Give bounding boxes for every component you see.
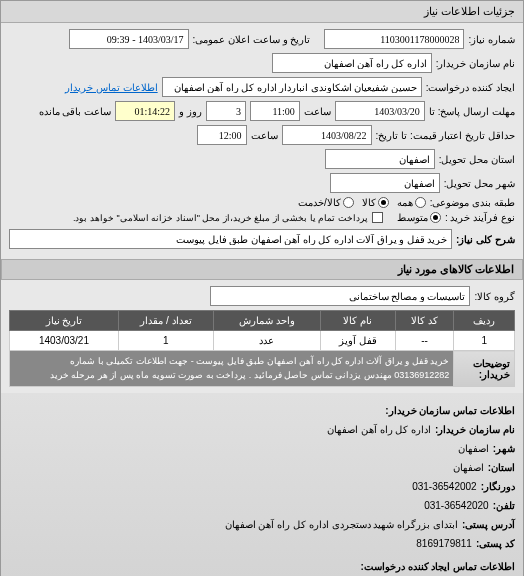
valid-until-label: حداقل تاریخ اعتبار قیمت: تا تاریخ: — [376, 130, 515, 141]
delivery-city-input[interactable] — [330, 173, 440, 193]
hour-label-1: ساعت — [304, 106, 331, 117]
address-value: ابتدای بزرگراه شهید دستجردی اداره کل راه… — [225, 515, 458, 534]
main-panel: جزئیات اطلاعات نیاز شماره نیاز: تاریخ و … — [0, 0, 524, 576]
goods-section-title: اطلاعات کالاهای مورد نیاز — [1, 259, 523, 280]
radio-service[interactable] — [343, 197, 354, 208]
creator-input[interactable] — [162, 77, 422, 97]
announce-input[interactable] — [69, 29, 189, 49]
postcode-value: 8169179811 — [416, 534, 472, 553]
goods-table: ردیف کد کالا نام کالا واحد شمارش تعداد /… — [9, 310, 515, 387]
col-name: نام کالا — [320, 311, 395, 331]
province-value: اصفهان — [453, 458, 484, 477]
cell-date: 1403/03/21 — [10, 331, 119, 351]
phone-label: تلفن: — [493, 496, 515, 515]
col-date: تاریخ نیاز — [10, 311, 119, 331]
group-label: گروه کالا: — [474, 291, 515, 302]
summary-label: شرح کلی نیاز: — [456, 234, 515, 245]
request-number-label: شماره نیاز: — [468, 34, 515, 45]
header-section: شماره نیاز: تاریخ و ساعت اعلان عمومی: نا… — [1, 23, 523, 259]
table-row: 1 -- قفل آویز عدد 1 1403/03/21 — [10, 331, 515, 351]
process-type-label: نوع فرآیند خرید : — [445, 212, 515, 223]
cell-code: -- — [395, 331, 454, 351]
city-label: شهر: — [493, 439, 515, 458]
goods-section: گروه کالا: ردیف کد کالا نام کالا واحد شم… — [1, 280, 523, 393]
col-code: کد کالا — [395, 311, 454, 331]
org-label: نام سازمان خریدار: — [435, 420, 515, 439]
org-value: اداره کل راه آهن اصفهان — [327, 420, 431, 439]
deadline-time-input[interactable] — [250, 101, 300, 121]
cell-qty: 1 — [118, 331, 213, 351]
phone-value: 031-36542020 — [424, 496, 489, 515]
fax-value: 031-36542002 — [412, 477, 477, 496]
desc-label: توضیحات خریدار: — [454, 351, 515, 387]
province-label: استان: — [488, 458, 515, 477]
hour-label-2: ساعت — [251, 130, 278, 141]
desc-row: توضیحات خریدار: خرید قفل و یراق آلات ادا… — [10, 351, 515, 387]
contact-link[interactable]: اطلاعات تماس خریدار — [65, 82, 158, 93]
summary-input[interactable] — [9, 229, 452, 249]
request-number-input[interactable] — [324, 29, 464, 49]
radio-medium[interactable] — [430, 212, 441, 223]
delivery-city-label: شهر محل تحویل: — [444, 178, 515, 189]
deadline-send-label: مهلت ارسال پاسخ: تا — [429, 106, 515, 117]
group-input[interactable] — [210, 286, 470, 306]
city-value: اصفهان — [458, 439, 489, 458]
creator-label: ایجاد کننده درخواست: — [426, 82, 515, 93]
col-qty: تعداد / مقدار — [118, 311, 213, 331]
announce-label: تاریخ و ساعت اعلان عمومی: — [193, 34, 311, 45]
cell-row: 1 — [454, 331, 515, 351]
tab-header: جزئیات اطلاعات نیاز — [1, 1, 523, 23]
contact-section-title: اطلاعات تماس سازمان خریدار: — [9, 401, 515, 420]
buyer-label: نام سازمان خریدار: — [436, 58, 515, 69]
col-unit: واحد شمارش — [213, 311, 320, 331]
days-input[interactable] — [206, 101, 246, 121]
cell-unit: عدد — [213, 331, 320, 351]
buyer-input[interactable] — [272, 53, 432, 73]
deadline-date-input[interactable] — [335, 101, 425, 121]
radio-goods[interactable] — [378, 197, 389, 208]
col-row: ردیف — [454, 311, 515, 331]
delivery-province-label: استان محل تحویل: — [439, 154, 515, 165]
process-note: پرداخت تمام یا بخشی از مبلغ خرید،از محل … — [73, 213, 368, 223]
fax-label: دورنگار: — [481, 477, 515, 496]
creator-section-title: اطلاعات تماس ایجاد کننده درخواست: — [9, 557, 515, 576]
address-label: آدرس پستی: — [462, 515, 515, 534]
cell-name: قفل آویز — [320, 331, 395, 351]
valid-time-input[interactable] — [197, 125, 247, 145]
subject-group-label: طبقه بندی موضوعی: — [430, 197, 515, 208]
treasury-checkbox[interactable] — [372, 212, 383, 223]
days-label: روز و — [179, 106, 202, 117]
delivery-province-input[interactable] — [325, 149, 435, 169]
remain-time-input — [115, 101, 175, 121]
contact-section: اطلاعات تماس سازمان خریدار: نام سازمان خ… — [1, 393, 523, 576]
radio-all[interactable] — [415, 197, 426, 208]
tab-title: جزئیات اطلاعات نیاز — [424, 5, 515, 17]
postcode-label: کد پستی: — [476, 534, 515, 553]
desc-value: خرید قفل و یراق آلات اداره کل راه آهن اص… — [10, 351, 454, 387]
valid-date-input[interactable] — [282, 125, 372, 145]
remain-label: ساعت باقی مانده — [39, 106, 112, 117]
subject-radio-group: همه کالا کالا/خدمت — [298, 197, 426, 208]
